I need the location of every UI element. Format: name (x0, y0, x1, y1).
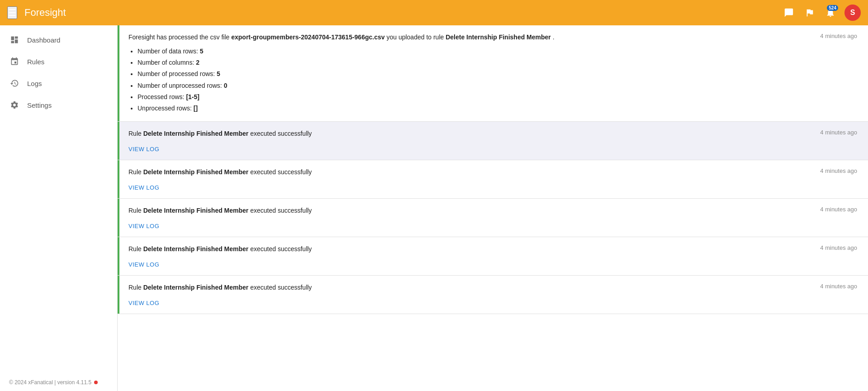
timestamp-3: 4 minutes ago (820, 206, 857, 213)
log-entry-header-1: Rule Delete Internship Finished Member e… (128, 129, 857, 138)
log-entry-rule-4: Rule Delete Internship Finished Member e… (118, 237, 868, 276)
app-title: Foresight (24, 7, 780, 19)
text-after-3: executed successfully (250, 207, 312, 214)
text-after-4: executed successfully (250, 245, 312, 253)
rule-name-0: Delete Internship Finished Member (446, 33, 551, 41)
entry-border-1 (118, 122, 119, 160)
view-log-link-5[interactable]: VIEW LOG (128, 300, 159, 306)
sidebar-footer: © 2024 xFanatical | version 4.11.5 (0, 374, 117, 391)
entry-border-2 (118, 160, 119, 198)
menu-icon[interactable]: ☰ (7, 6, 17, 19)
alert-icon-button[interactable] (801, 4, 818, 21)
log-entry-header-5: Rule Delete Internship Finished Member e… (128, 283, 857, 292)
log-details-0: Number of data rows: 5 Number of columns… (128, 46, 857, 114)
entry-border-3 (118, 199, 119, 237)
main-layout: Dashboard Rules Logs Settings (0, 25, 868, 391)
footer-text: © 2024 xFanatical | version 4.11.5 (9, 379, 91, 386)
entry-border (118, 25, 119, 121)
log-entry-header-2: Rule Delete Internship Finished Member e… (128, 167, 857, 177)
chat-icon-button[interactable] (780, 4, 797, 21)
view-log-link-3[interactable]: VIEW LOG (128, 223, 159, 229)
text-after-5: executed successfully (250, 284, 312, 291)
text-before-1: Rule (128, 130, 143, 137)
timestamp-2: 4 minutes ago (820, 167, 857, 174)
rule-name-3: Delete Internship Finished Member (143, 207, 249, 214)
rule-name-1: Delete Internship Finished Member (143, 130, 249, 137)
text-before-5: Rule (128, 284, 143, 291)
log-entry-header-4: Rule Delete Internship Finished Member e… (128, 244, 857, 254)
content-area: Foresight has processed the csv file exp… (118, 25, 868, 391)
sidebar: Dashboard Rules Logs Settings (0, 25, 118, 391)
text-before-0: Foresight has processed the csv file (128, 33, 231, 41)
sidebar-item-logs[interactable]: Logs (0, 72, 117, 94)
dashboard-icon (9, 35, 20, 44)
sidebar-item-settings-label: Settings (27, 101, 52, 109)
sidebar-item-rules[interactable]: Rules (0, 51, 117, 72)
rule-name-5: Delete Internship Finished Member (143, 284, 249, 291)
timestamp-1: 4 minutes ago (820, 129, 857, 136)
detail-columns: Number of columns: 2 (138, 57, 857, 68)
sidebar-item-logs-label: Logs (27, 80, 42, 87)
detail-unprocessed-rows: Number of unprocessed rows: 0 (138, 80, 857, 91)
log-entry-text-5: Rule Delete Internship Finished Member e… (128, 283, 312, 292)
notification-badge: 524 (827, 5, 838, 11)
entry-border-4 (118, 237, 119, 275)
text-middle-0: you uploaded to rule (386, 33, 446, 41)
topbar: ☰ Foresight 524 S (0, 0, 868, 25)
text-after-2: executed successfully (250, 168, 312, 176)
rules-icon (9, 57, 20, 66)
detail-processed-rows: Number of processed rows: 5 (138, 68, 857, 80)
sidebar-item-dashboard[interactable]: Dashboard (0, 29, 117, 51)
timestamp-5: 4 minutes ago (820, 283, 857, 290)
sidebar-nav: Dashboard Rules Logs Settings (0, 25, 117, 116)
log-entry-text-4: Rule Delete Internship Finished Member e… (128, 244, 312, 254)
log-entry-text-2: Rule Delete Internship Finished Member e… (128, 167, 312, 177)
user-avatar[interactable]: S (844, 5, 861, 21)
log-entry-header: Foresight has processed the csv file exp… (128, 33, 857, 42)
text-before-2: Rule (128, 168, 143, 176)
logs-icon (9, 79, 20, 88)
notification-icon-button[interactable]: 524 (822, 4, 839, 21)
detail-unprocessed-list: Unprocessed rows: [] (138, 103, 857, 114)
detail-processed-range: Processed rows: [1-5] (138, 91, 857, 103)
rule-name-2: Delete Internship Finished Member (143, 168, 249, 176)
log-entry-text-0: Foresight has processed the csv file exp… (128, 33, 555, 42)
log-entry-rule-2: Rule Delete Internship Finished Member e… (118, 160, 868, 199)
timestamp-4: 4 minutes ago (820, 244, 857, 251)
log-entry-rule-1: Rule Delete Internship Finished Member e… (118, 122, 868, 160)
log-entry-rule-5: Rule Delete Internship Finished Member e… (118, 276, 868, 314)
sidebar-item-dashboard-label: Dashboard (27, 36, 60, 44)
status-dot (94, 381, 98, 384)
log-entry-header-3: Rule Delete Internship Finished Member e… (128, 206, 857, 215)
topbar-actions: 524 S (780, 4, 861, 21)
detail-data-rows: Number of data rows: 5 (138, 46, 857, 57)
view-log-link-4[interactable]: VIEW LOG (128, 261, 159, 268)
log-entry-text-1: Rule Delete Internship Finished Member e… (128, 129, 312, 138)
sidebar-item-rules-label: Rules (27, 58, 44, 66)
text-after-0: . (553, 33, 555, 41)
csv-filename: export-groupmembers-20240704-173615-966g… (231, 33, 384, 41)
view-log-link-2[interactable]: VIEW LOG (128, 184, 159, 191)
log-entry-csv: Foresight has processed the csv file exp… (118, 25, 868, 122)
text-before-3: Rule (128, 207, 143, 214)
text-after-1: executed successfully (250, 130, 312, 137)
view-log-link-1[interactable]: VIEW LOG (128, 146, 159, 153)
text-before-4: Rule (128, 245, 143, 253)
settings-icon (9, 100, 20, 110)
log-entry-text-3: Rule Delete Internship Finished Member e… (128, 206, 312, 215)
sidebar-item-settings[interactable]: Settings (0, 94, 117, 116)
timestamp-0: 4 minutes ago (820, 33, 857, 39)
entry-border-5 (118, 276, 119, 314)
rule-name-4: Delete Internship Finished Member (143, 245, 249, 253)
log-entry-rule-3: Rule Delete Internship Finished Member e… (118, 199, 868, 237)
